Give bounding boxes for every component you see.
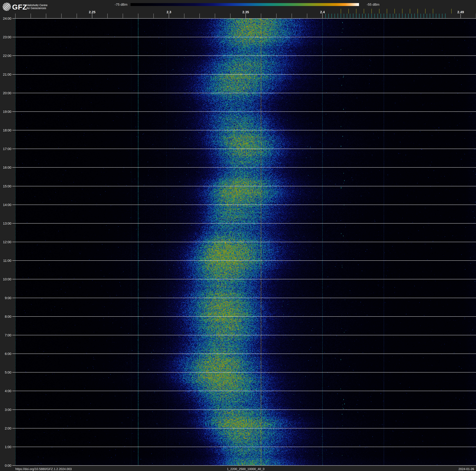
ble-channel-tick — [402, 14, 402, 18]
ble-channel-tick — [411, 14, 412, 18]
ble-channel-tick — [445, 14, 445, 18]
freq-minor-tick — [15, 14, 16, 18]
hour-gridline — [12, 205, 476, 205]
ble-channel-tick — [353, 14, 353, 18]
ble-channel-tick — [347, 14, 347, 18]
hour-gridline — [12, 18, 476, 18]
hour-gridline — [12, 316, 476, 317]
globe-stripes-icon — [3, 3, 11, 11]
freq-minor-tick — [107, 14, 108, 18]
dataset-id-text: 1_2200_2500_10000_40_0 — [227, 467, 265, 471]
colorbar-min-label: -75 dBm — [100, 3, 127, 7]
ble-channel-tick — [387, 14, 387, 18]
freq-label: 2.25 — [89, 10, 96, 14]
hour-gridline — [12, 465, 476, 466]
freq-minor-tick — [246, 14, 246, 18]
ble-channel-tick — [424, 14, 424, 18]
hour-gridline — [12, 242, 476, 242]
ble-channel-tick — [421, 14, 421, 18]
hour-gridline — [12, 55, 476, 56]
time-label: 7:00 — [0, 333, 11, 337]
colorbar-max-label: -55 dBm — [367, 3, 379, 7]
time-label: 14:00 — [0, 203, 11, 207]
freq-minor-tick — [200, 14, 200, 18]
brand-name-line2: for Geosciences — [27, 7, 48, 10]
time-label: 22:00 — [0, 54, 11, 58]
freq-minor-tick — [460, 14, 461, 18]
ble-channel-tick — [374, 14, 375, 18]
time-label: 13:00 — [0, 221, 11, 225]
ble-channel-tick — [372, 14, 372, 18]
time-label: 9:00 — [0, 296, 11, 300]
freq-minor-tick — [138, 14, 138, 18]
ble-channel-tick — [359, 14, 359, 18]
freq-minor-tick — [261, 14, 261, 18]
gfz-logo — [3, 3, 11, 11]
time-label: 23:00 — [0, 35, 11, 39]
ble-channel-tick — [390, 14, 390, 18]
time-label: 0:00 — [0, 464, 11, 468]
ble-channel-tick — [356, 14, 357, 18]
hour-gridline — [12, 111, 476, 112]
hour-gridline — [12, 447, 476, 447]
hour-gridline — [12, 428, 476, 428]
hour-gridline — [12, 186, 476, 186]
freq-minor-tick — [215, 14, 215, 18]
hour-gridline — [12, 279, 476, 279]
freq-minor-tick — [307, 14, 307, 18]
hour-gridline — [12, 223, 476, 223]
ble-channel-tick — [378, 14, 378, 18]
ble-channel-tick — [405, 14, 406, 18]
wifi-channel-tick — [410, 9, 410, 14]
ble-channel-tick — [418, 14, 418, 18]
ble-channel-tick — [362, 14, 362, 18]
wifi-channel-tick — [387, 9, 387, 14]
time-label: 24:00 — [0, 17, 11, 21]
ble-channel-tick — [381, 14, 381, 18]
time-label: 16:00 — [0, 165, 11, 170]
hour-gridline — [12, 335, 476, 335]
ble-channel-tick — [430, 14, 430, 18]
hour-gridline — [12, 372, 476, 372]
freq-minor-tick — [77, 14, 77, 18]
ble-channel-tick — [399, 14, 399, 18]
brand-name: Helmholtz Centre for Geosciences — [27, 4, 48, 10]
freq-minor-tick — [61, 14, 62, 18]
freq-minor-tick — [322, 14, 323, 18]
freq-minor-tick — [153, 14, 154, 18]
time-label: 15:00 — [0, 184, 11, 188]
doi-text: https://doi.org/10.5880/GFZ.1.2.2024.003 — [15, 467, 72, 471]
ble-channel-tick — [384, 14, 384, 18]
freq-minor-tick — [169, 14, 169, 18]
time-label: 18:00 — [0, 128, 11, 132]
time-label: 20:00 — [0, 91, 11, 95]
wifi-channel-tick — [356, 9, 357, 14]
hour-gridline — [12, 298, 476, 298]
ble-channel-tick — [414, 14, 415, 18]
hour-gridline — [12, 93, 476, 93]
brand-name-line1: Helmholtz Centre — [27, 4, 48, 7]
freq-label: 2.49 — [458, 10, 464, 14]
ble-channel-tick — [408, 14, 408, 18]
time-label: 21:00 — [0, 72, 11, 76]
hour-gridline — [12, 391, 476, 391]
ble-channel-tick — [338, 14, 338, 18]
hour-gridline — [12, 260, 476, 261]
wifi-channel-tick — [348, 9, 349, 14]
freq-label: 2.4 — [320, 10, 325, 14]
hour-gridline — [12, 149, 476, 149]
freq-minor-tick — [31, 14, 31, 18]
wifi-channel-tick — [433, 9, 433, 14]
wifi-channel-tick — [372, 9, 372, 14]
hour-gridline — [12, 167, 476, 167]
ble-channel-tick — [396, 14, 396, 18]
date-text: 2024-01-26 — [459, 467, 474, 471]
brand-abbrev: GFZ — [12, 3, 27, 11]
colorbar — [131, 3, 359, 6]
freq-label: 2.3 — [167, 10, 171, 14]
wifi-channel-tick — [379, 9, 379, 14]
ble-channel-tick — [341, 14, 341, 18]
freq-minor-tick — [230, 14, 230, 18]
wifi-channel-tick — [425, 9, 425, 14]
wifi-channel-tick — [418, 9, 418, 14]
